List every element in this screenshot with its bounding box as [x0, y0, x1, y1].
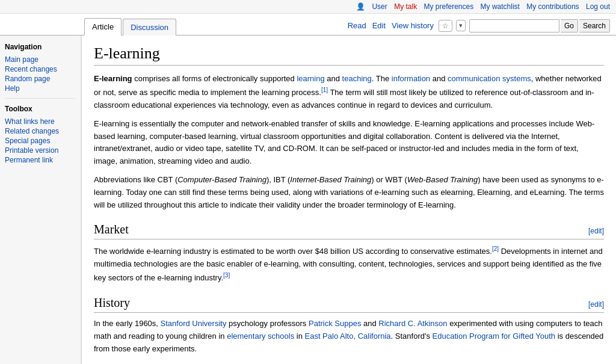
- elearning-bold: E-learning: [94, 74, 132, 83]
- user-icon: 👤: [356, 2, 365, 11]
- cite-3[interactable]: [3]: [223, 272, 230, 279]
- go-button[interactable]: Go: [561, 19, 578, 32]
- market-edit[interactable]: [edit]: [588, 226, 604, 237]
- history-section-header: History [edit]: [94, 293, 604, 313]
- market-p1: The worldwide e-learning industry is est…: [94, 244, 604, 285]
- sidebar-item-related-changes[interactable]: Related changes: [5, 126, 76, 136]
- ibt-italic: Internet-Based Training: [290, 175, 371, 184]
- cite-2[interactable]: [2]: [492, 245, 499, 252]
- tab-article[interactable]: Article: [84, 18, 122, 35]
- wbt-italic: Web-Based Training: [407, 175, 478, 184]
- my-talk-link[interactable]: My talk: [394, 2, 417, 11]
- teaching-link[interactable]: teaching: [342, 74, 372, 83]
- market-section-header: Market [edit]: [94, 220, 604, 239]
- sidebar-item-recent-changes[interactable]: Recent changes: [5, 64, 76, 74]
- my-preferences-link[interactable]: My preferences: [424, 2, 474, 11]
- patrick-suppes-link[interactable]: Patrick Suppes: [309, 319, 361, 328]
- my-watchlist-link[interactable]: My watchlist: [481, 2, 520, 11]
- sidebar-item-printable-version[interactable]: Printable version: [5, 146, 76, 155]
- east-palo-alto-link[interactable]: East Palo Alto, California: [305, 332, 391, 341]
- cite-1[interactable]: [1]: [321, 87, 328, 93]
- user-link[interactable]: User: [372, 2, 387, 11]
- sidebar-item-main-page[interactable]: Main page: [5, 55, 76, 64]
- information-link[interactable]: information: [392, 74, 430, 83]
- communication-systems-link[interactable]: communication systems: [448, 74, 531, 83]
- dropdown-button[interactable]: ▾: [456, 20, 466, 31]
- main-content: E-learning E-learning comprises all form…: [81, 35, 616, 364]
- log-out-link[interactable]: Log out: [586, 2, 610, 11]
- tab-discussion[interactable]: Discussion: [123, 19, 176, 35]
- intro-p3: Abbreviations like CBT (Computer-Based T…: [94, 174, 604, 211]
- read-tab[interactable]: Read: [346, 19, 368, 32]
- search-button[interactable]: Search: [579, 19, 610, 32]
- nav-section-title: Navigation: [5, 43, 76, 51]
- tab-bar: Article Discussion Read Edit View histor…: [0, 14, 616, 35]
- page-title: E-learning: [94, 45, 604, 66]
- intro-p2: E-learning is essentially the computer a…: [94, 118, 604, 168]
- history-edit[interactable]: [edit]: [588, 299, 604, 310]
- history-p1: In the early 1960s, Stanford University …: [94, 318, 604, 355]
- sidebar-item-random-page[interactable]: Random page: [5, 74, 76, 84]
- layout: Navigation Main page Recent changes Rand…: [0, 35, 616, 364]
- market-heading: Market: [94, 220, 129, 239]
- learning-link[interactable]: learning: [297, 74, 324, 83]
- my-contributions-link[interactable]: My contributions: [526, 2, 579, 11]
- sidebar-item-special-pages[interactable]: Special pages: [5, 136, 76, 146]
- elementary-schools-link[interactable]: elementary schools: [227, 332, 294, 341]
- search-input[interactable]: [469, 19, 559, 32]
- search-bar: Go Search: [469, 19, 610, 32]
- edit-tab[interactable]: Edit: [371, 19, 387, 32]
- star-button[interactable]: ☆: [439, 20, 452, 32]
- article-body: E-learning comprises all forms of electr…: [94, 73, 604, 356]
- intro-p1: E-learning comprises all forms of electr…: [94, 73, 604, 112]
- intro-p1-text: comprises all forms of electronically su…: [94, 74, 602, 110]
- sidebar-item-permanent-link[interactable]: Permanent link: [5, 155, 76, 165]
- view-history-tab[interactable]: View history: [390, 19, 435, 32]
- sidebar-divider: [5, 98, 76, 99]
- top-bar: 👤 User My talk My preferences My watchli…: [0, 0, 616, 14]
- sidebar: Navigation Main page Recent changes Rand…: [0, 35, 81, 364]
- history-heading: History: [94, 293, 130, 312]
- richard-atkinson-link[interactable]: Richard C. Atkinson: [378, 319, 447, 328]
- gifted-youth-link[interactable]: Education Program for Gifted Youth: [433, 332, 556, 341]
- toolbox-section-title: Toolbox: [5, 105, 76, 113]
- cbt-italic: Computer-Based Training: [177, 175, 266, 184]
- sidebar-item-what-links-here[interactable]: What links here: [5, 117, 76, 126]
- sidebar-item-help[interactable]: Help: [5, 84, 76, 93]
- stanford-link[interactable]: Stanford University: [161, 319, 227, 328]
